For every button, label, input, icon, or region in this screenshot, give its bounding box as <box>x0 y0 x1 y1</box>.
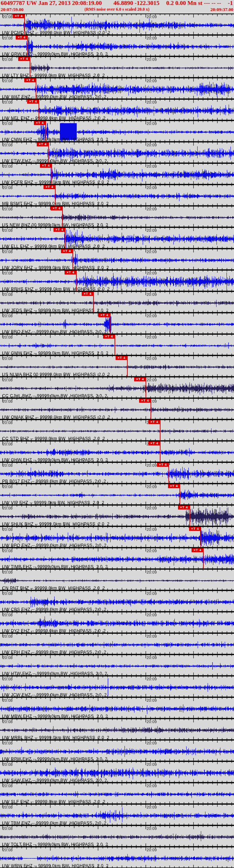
minute-label-right: 20:09 <box>147 250 157 254</box>
trigger-flag[interactable]: ×T 4 <box>24 78 36 82</box>
minute-label-right: 20:09 <box>147 527 157 532</box>
trace-row: 20:0820:09UW JORV EHZ -- 99999.0km BW HI… <box>0 249 234 270</box>
minute-label-left: 20:08 <box>2 378 13 382</box>
station-channel-label: UW SLF EHZ -- 99999.0km BW HIGHPASS 2.0 … <box>2 799 105 804</box>
trace-row: 20:0820:09UW BPO EHZ -- 99999.0km BW HIG… <box>0 526 234 548</box>
minute-label-left: 20:08 <box>2 335 13 339</box>
trigger-flag[interactable]: ×T 4 <box>37 142 49 146</box>
minute-label-left: 20:08 <box>2 698 13 702</box>
station-channel-label: CC STD BHZ -- 99999.0km BW HIGHPASS 2.0 … <box>2 436 105 441</box>
trigger-flag[interactable]: ×T 4 <box>116 356 128 360</box>
minute-label-right: 20:09 <box>147 463 157 467</box>
trace-row: 20:0820:09UW RRHS EHZ -- 99999.0km BW HI… <box>0 270 234 291</box>
station-channel-label: UW CBS EHZ -- 99999.0km BW HIGHPASS 2.0 … <box>2 607 106 612</box>
trace-row: 20:0820:09UW OMAK BHZ -- 99999.0km BW HI… <box>0 398 234 419</box>
station-channel-label: UW PCFR EHZ -- 99999.0km BW HIGHPASS 2.0… <box>2 180 109 185</box>
minute-label-left: 20:08 <box>2 677 13 681</box>
trigger-flag[interactable]: ×T 4 <box>13 14 25 18</box>
minute-label-right: 20:09 <box>147 485 157 489</box>
trigger-flag[interactable]: ×T 4 <box>148 420 161 424</box>
trigger-flag[interactable]: ×T 4 <box>168 484 180 488</box>
minute-label-left: 20:08 <box>2 527 13 532</box>
trigger-flag[interactable]: ×T 4 <box>18 57 30 61</box>
minute-label-right: 20:09 <box>147 848 157 852</box>
trace-row: 20:0820:09UW GHW EHZ -- 99999.0km BW HIG… <box>0 441 234 462</box>
trace-row: 20:0820:09US NEW BHZ 00 99999.0km BW HIG… <box>0 206 234 227</box>
station-channel-label: UW WAT EHZ -- 99999.0km BW HIGHPASS 2.0 … <box>2 94 106 99</box>
station-channel-label: UW ETW EHZ -- 99999.0km BW HIGHPASS 2.0 … <box>2 158 107 163</box>
trigger-flag[interactable]: ×T 4 <box>82 292 94 296</box>
minute-label-left: 20:08 <box>2 121 13 126</box>
minute-label-left: 20:08 <box>2 549 13 553</box>
minute-label-right: 20:09 <box>147 185 157 190</box>
minute-label-left: 20:08 <box>2 250 13 254</box>
trace-row: 20:0820:09UW WRW EHZ -- 99999.0km BW HIG… <box>0 847 234 868</box>
trace-row: 20:0820:09UW JCW EHZ -- 99999.0km BW HIG… <box>0 676 234 697</box>
minute-label-right: 20:09 <box>147 314 157 318</box>
trigger-flag[interactable]: ×T 4 <box>54 228 66 232</box>
window-time-line: (RMS noise over 6.0 s scaled 20.0 x) 20:… <box>0 6 234 13</box>
trigger-flag[interactable]: ×T 4 <box>40 164 52 168</box>
trace-row: 20:0820:09UW NEL EHZ -- 99999.0km BW HIG… <box>0 99 234 120</box>
trigger-flag[interactable]: ×T 4 <box>148 441 161 445</box>
trace-row: 20:0820:09UW PCFR EHZ -- 99999.0km BW HI… <box>0 163 234 184</box>
trigger-flag[interactable]: ×T 4 <box>27 100 39 104</box>
minute-label-left: 20:08 <box>2 292 13 297</box>
trace-row: 20:0820:09UW GMW EHZ -- 99999.0km BW HIG… <box>0 334 234 355</box>
trigger-flag[interactable]: ×T 4 <box>139 399 151 403</box>
station-channel-label: UW RRHS EHZ -- 99999.0km BW HIGHPASS 2.0… <box>2 287 110 292</box>
minute-label-right: 20:09 <box>147 164 157 168</box>
minute-label-right: 20:09 <box>147 378 157 382</box>
minute-label-right: 20:09 <box>147 826 157 831</box>
minute-label-right: 20:09 <box>147 655 157 660</box>
trace-row: 20:0820:09CC CJHL BHZ -- 99999.0km BW HI… <box>0 377 234 398</box>
minute-label-left: 20:08 <box>2 314 13 318</box>
trace-list: 20:0820:09UW PCMD EHZ -- 99999.0km BW HI… <box>0 14 234 868</box>
station-channel-label: UW EPH EHZ -- 99999.0km BW HIGHPASS 2.0 … <box>2 650 106 655</box>
trigger-flag[interactable]: ×T 4 <box>157 463 169 467</box>
trigger-flag[interactable]: ×T 4 <box>44 185 56 189</box>
trigger-flag[interactable]: ×T 4 <box>103 335 115 339</box>
station-channel-label: UW ELL EHZ -- 99999.0km BW HIGHPASS 2.0 … <box>2 244 105 249</box>
minute-label-right: 20:09 <box>147 762 157 767</box>
minute-label-right: 20:09 <box>147 207 157 211</box>
trace-row: 20:0820:09CN PNT BHZ -- 99999.0km BW HIG… <box>0 569 234 590</box>
minute-label-right: 20:09 <box>147 356 157 361</box>
trace-row: 20:0820:09UW ELL EHZ -- 99999.0km BW HIG… <box>0 227 234 249</box>
station-channel-label: UW JCW EHZ -- 99999.0km BW HIGHPASS 2.0 … <box>2 692 107 697</box>
trigger-flag[interactable]: ×T 4 <box>192 548 204 552</box>
trigger-flag[interactable]: ×T 4 <box>98 313 111 317</box>
station-channel-label: UW TIMB EHZ -- 99999.0km BW HIGHPASS 2.0… <box>2 564 108 569</box>
window-end-time: 20:09:37.00 <box>210 7 233 12</box>
minute-label-left: 20:08 <box>2 442 13 446</box>
minute-label-left: 20:08 <box>2 15 13 19</box>
station-channel-label: CC CJHL BHZ -- 99999.0km BW HIGHPASS 2.0… <box>2 393 107 398</box>
minute-label-left: 20:08 <box>2 741 13 745</box>
minute-label-left: 20:08 <box>2 634 13 638</box>
scaling-note: (RMS noise over 6.0 s scaled 20.0 x) <box>0 7 234 12</box>
trigger-flag[interactable]: ×T 4 <box>51 206 63 210</box>
station-channel-label: UW TBM EHZ -- 99999.0km BW HIGHPASS 2.0 … <box>2 821 106 826</box>
trigger-flag[interactable]: ×T 4 <box>34 121 46 125</box>
minute-label-left: 20:08 <box>2 207 13 211</box>
trace-row: 20:0820:09UW SAW EHZ -- 99999.0km BW HIG… <box>0 761 234 783</box>
event-coordinates: 46.8890 -122.3015 <box>113 0 159 7</box>
minute-label-left: 20:08 <box>2 100 13 104</box>
trace-row: 20:0820:09UW TBM EHZ -- 99999.0km BW HIG… <box>0 804 234 825</box>
trace-row: 20:0820:09UW DY2 EHZ -- 99999.0km BW HIG… <box>0 612 234 633</box>
minute-label-right: 20:09 <box>147 100 157 104</box>
trace-row: 20:0820:09UW RPW EHZ -- 99999.0km BW HIG… <box>0 740 234 761</box>
trigger-flag[interactable]: ×T 4 <box>178 506 190 509</box>
trigger-flag[interactable]: ×T 4 <box>16 36 28 40</box>
minute-label-left: 20:08 <box>2 271 13 275</box>
minute-label-left: 20:08 <box>2 57 13 62</box>
trigger-flag[interactable]: ×T 4 <box>61 249 73 253</box>
minute-label-right: 20:09 <box>147 79 157 83</box>
minute-label-right: 20:09 <box>147 36 157 40</box>
minute-label-left: 20:08 <box>2 826 13 831</box>
trace-row: 20:0820:09US NLWA BHZ 00 99999.0km BW HI… <box>0 355 234 377</box>
trigger-flag[interactable]: ×T 4 <box>65 271 77 274</box>
trigger-flag[interactable]: ×T 4 <box>189 527 201 531</box>
trigger-flag[interactable]: ×T 4 <box>134 377 146 381</box>
station-channel-label: UW MBW EHZ -- 99999.0km BW HIGHPASS 2.0 … <box>2 714 108 719</box>
